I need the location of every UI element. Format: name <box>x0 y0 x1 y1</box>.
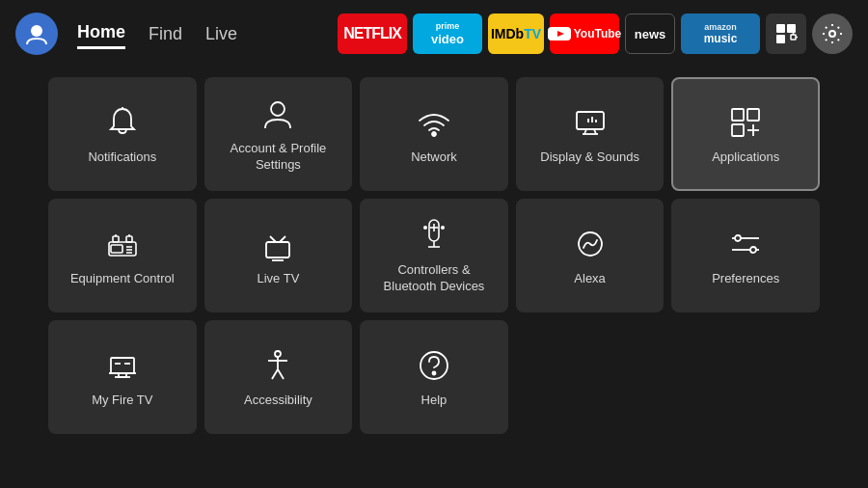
alexa-icon <box>573 227 608 261</box>
grid-applications[interactable]: Applications <box>671 77 820 191</box>
nav-live[interactable]: Live <box>205 20 237 48</box>
svg-rect-5 <box>791 35 796 40</box>
youtube-shortcut[interactable]: YouTube <box>550 14 619 54</box>
svg-rect-20 <box>747 109 759 121</box>
grid-help[interactable]: Help <box>360 320 508 434</box>
svg-marker-1 <box>557 31 564 37</box>
svg-rect-33 <box>266 242 289 258</box>
notifications-icon <box>105 105 140 140</box>
apps-grid-button[interactable] <box>766 14 806 54</box>
myfiretv-icon <box>105 348 140 383</box>
grid-preferences[interactable]: Preferences <box>671 199 820 312</box>
network-icon <box>417 105 451 140</box>
svg-point-0 <box>31 25 42 37</box>
netflix-shortcut[interactable]: NETFLIX <box>338 14 407 54</box>
top-nav: Home Find Live NETFLIX prime video IMDbT… <box>0 0 868 68</box>
equipment-icon <box>105 227 140 261</box>
equipment-label: Equipment Control <box>70 271 175 287</box>
news-shortcut[interactable]: news <box>625 14 675 54</box>
svg-rect-29 <box>113 236 119 242</box>
imdb-shortcut[interactable]: IMDbTV <box>488 14 544 54</box>
accessibility-icon <box>260 348 295 383</box>
grid-controllers[interactable]: Controllers & Bluetooth Devices <box>360 199 508 312</box>
notifications-label: Notifications <box>88 149 156 166</box>
nav-links: Home Find Live <box>77 18 237 49</box>
svg-point-46 <box>750 247 756 253</box>
svg-line-56 <box>272 369 278 379</box>
svg-point-53 <box>275 351 281 357</box>
svg-rect-3 <box>787 24 796 33</box>
svg-rect-47 <box>111 358 134 373</box>
svg-line-57 <box>278 369 284 379</box>
svg-rect-4 <box>776 35 785 43</box>
nav-find[interactable]: Find <box>149 20 182 48</box>
grid-equipment[interactable]: Equipment Control <box>48 199 197 312</box>
applications-icon <box>728 105 763 140</box>
grid-display[interactable]: Display & Sounds <box>516 77 665 191</box>
grid-network[interactable]: Network <box>360 77 508 191</box>
alexa-label: Alexa <box>574 271 606 287</box>
app-shortcuts: NETFLIX prime video IMDbTV YouTube news … <box>338 14 853 54</box>
svg-point-45 <box>735 235 741 241</box>
avatar[interactable] <box>15 13 58 55</box>
nav-home[interactable]: Home <box>77 18 125 49</box>
controllers-icon <box>420 218 448 253</box>
grid-livetv[interactable]: Live TV <box>204 199 353 312</box>
settings-grid: Notifications Account & Profile Settings… <box>0 68 868 444</box>
prime-shortcut[interactable]: prime video <box>413 14 482 54</box>
svg-rect-12 <box>577 112 604 129</box>
help-icon <box>417 348 451 383</box>
svg-point-40 <box>423 226 427 230</box>
applications-label: Applications <box>712 149 779 166</box>
svg-rect-2 <box>776 24 785 33</box>
livetv-label: Live TV <box>257 271 299 287</box>
preferences-icon <box>728 227 763 261</box>
svg-rect-25 <box>111 245 122 253</box>
display-label: Display & Sounds <box>540 149 639 166</box>
svg-point-11 <box>432 132 436 136</box>
display-icon <box>573 105 608 140</box>
svg-rect-30 <box>126 236 132 242</box>
grid-accessibility[interactable]: Accessibility <box>204 320 353 434</box>
settings-button[interactable] <box>812 14 853 54</box>
help-label: Help <box>421 393 448 409</box>
account-label: Account & Profile Settings <box>214 141 343 174</box>
preferences-label: Preferences <box>712 271 779 287</box>
network-label: Network <box>411 149 457 166</box>
controllers-label: Controllers & Bluetooth Devices <box>369 262 499 295</box>
svg-point-10 <box>271 102 285 116</box>
svg-point-41 <box>441 226 445 230</box>
livetv-icon <box>260 227 295 261</box>
svg-rect-19 <box>732 109 744 121</box>
svg-rect-21 <box>732 124 744 136</box>
grid-myfiretv[interactable]: My Fire TV <box>48 320 197 434</box>
svg-point-59 <box>432 371 435 374</box>
account-icon <box>260 96 295 131</box>
grid-account[interactable]: Account & Profile Settings <box>204 77 353 191</box>
svg-point-8 <box>829 31 835 37</box>
myfiretv-label: My Fire TV <box>92 393 152 409</box>
amazon-music-shortcut[interactable]: amazon music <box>681 14 760 54</box>
accessibility-label: Accessibility <box>244 393 312 409</box>
grid-notifications[interactable]: Notifications <box>48 77 197 191</box>
grid-alexa[interactable]: Alexa <box>516 199 665 312</box>
